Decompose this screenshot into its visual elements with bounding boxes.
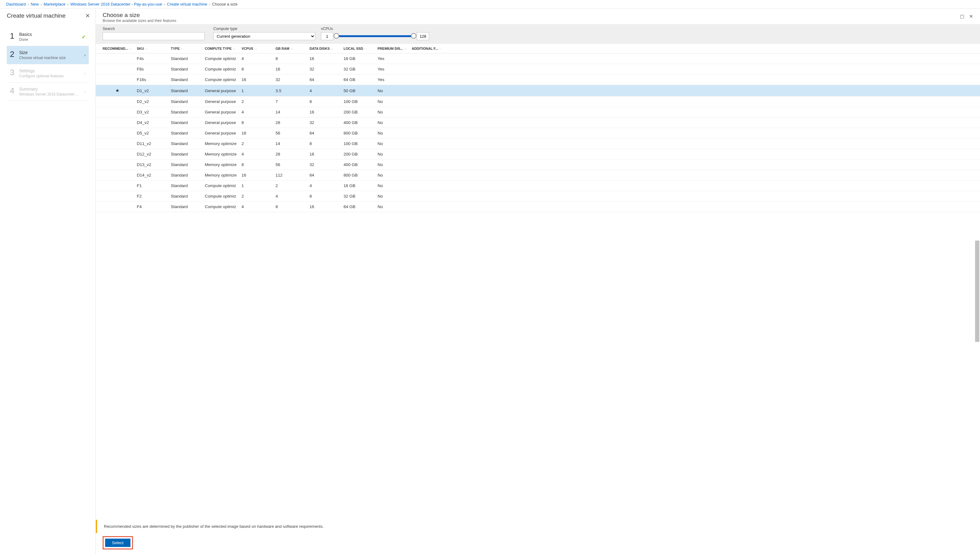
table-row[interactable]: F1StandardCompute optimiz12416 GBNo bbox=[96, 181, 980, 191]
cell: 16 bbox=[307, 202, 341, 212]
cell: Standard bbox=[168, 85, 202, 96]
sort-icon: ↑↓ bbox=[290, 47, 293, 50]
cell: 64 GB bbox=[341, 74, 375, 85]
slider-thumb-max[interactable] bbox=[411, 33, 416, 38]
column-header[interactable]: ADDITIONAL F...↑↓ bbox=[409, 44, 980, 53]
select-button[interactable]: Select bbox=[105, 539, 130, 547]
cell: 64 bbox=[307, 128, 341, 138]
step-number: 2 bbox=[10, 50, 19, 58]
cell: 100 GB bbox=[341, 96, 375, 107]
breadcrumb: Dashboard›New›Marketplace›Windows Server… bbox=[0, 0, 980, 9]
recommendation-note: Recommended sizes are determined by the … bbox=[96, 520, 980, 533]
wizard-step-summary: 4SummaryWindows Server 2016 Datacenter .… bbox=[7, 83, 89, 101]
cell bbox=[96, 117, 135, 128]
vcpus-slider[interactable] bbox=[336, 35, 414, 37]
cell: 112 bbox=[273, 170, 307, 181]
column-header[interactable]: DATA DISKS↑↓ bbox=[307, 44, 341, 53]
column-header[interactable]: SKU↑↓ bbox=[135, 44, 168, 53]
breadcrumb-item[interactable]: Windows Server 2016 Datacenter - Pay-as-… bbox=[70, 2, 162, 6]
column-header[interactable]: TYPE↑↓ bbox=[168, 44, 202, 53]
cell: D2_v2 bbox=[135, 96, 168, 107]
slider-thumb-min[interactable] bbox=[333, 33, 339, 38]
cell bbox=[409, 191, 980, 202]
cell: 16 GB bbox=[341, 53, 375, 64]
table-row[interactable]: F8sStandardCompute optimiz8163232 GBYes bbox=[96, 64, 980, 74]
step-sublabel: Configure optional features bbox=[19, 74, 81, 78]
scrollbar-thumb[interactable] bbox=[975, 241, 979, 342]
close-icon[interactable]: ✕ bbox=[85, 12, 90, 19]
cell: Yes bbox=[375, 64, 409, 74]
cell: No bbox=[375, 96, 409, 107]
chevron-right-icon: › bbox=[84, 53, 86, 58]
breadcrumb-item[interactable]: Create virtual machine bbox=[167, 2, 207, 6]
column-header[interactable]: VCPUS↑↓ bbox=[239, 44, 273, 53]
step-label: Settings bbox=[19, 68, 84, 73]
cell: 200 GB bbox=[341, 107, 375, 117]
vcpus-max-input[interactable] bbox=[417, 32, 429, 40]
cell bbox=[409, 74, 980, 85]
cell bbox=[96, 96, 135, 107]
cell: 64 bbox=[307, 170, 341, 181]
compute-type-select[interactable]: Current generation bbox=[213, 32, 315, 40]
star-icon: ★ bbox=[115, 88, 119, 93]
select-button-highlight: Select bbox=[102, 536, 133, 549]
cell: 32 bbox=[307, 117, 341, 128]
table-row[interactable]: D11_v2StandardMemory optimize2148100 GBN… bbox=[96, 138, 980, 149]
cell bbox=[96, 138, 135, 149]
cell: General purpose bbox=[202, 128, 239, 138]
cell: Standard bbox=[168, 202, 202, 212]
search-label: Search bbox=[102, 27, 208, 31]
sort-icon: ↑↓ bbox=[254, 47, 257, 50]
table-row[interactable]: ★D1_v2StandardGeneral purpose13.5450 GBN… bbox=[96, 85, 980, 96]
column-header[interactable]: LOCAL SSD↑↓ bbox=[341, 44, 375, 53]
table-row[interactable]: F2StandardCompute optimiz24832 GBNo bbox=[96, 191, 980, 202]
cell: 8 bbox=[273, 53, 307, 64]
table-row[interactable]: D14_v2StandardMemory optimize1611264800 … bbox=[96, 170, 980, 181]
cell: No bbox=[375, 85, 409, 96]
wizard-title: Create virtual machine bbox=[7, 12, 66, 19]
wizard-step-basics[interactable]: 1BasicsDone✓ bbox=[7, 28, 89, 46]
cell: 1 bbox=[239, 181, 273, 191]
cell: 28 bbox=[273, 149, 307, 160]
breadcrumb-item[interactable]: Marketplace bbox=[43, 2, 66, 6]
column-header[interactable]: RECOMMEND...↑↓ bbox=[96, 44, 135, 53]
cell: Compute optimiz bbox=[202, 53, 239, 64]
cell: 14 bbox=[273, 138, 307, 149]
cell: 8 bbox=[307, 138, 341, 149]
cell: Compute optimiz bbox=[202, 202, 239, 212]
cell: 32 bbox=[307, 64, 341, 74]
table-row[interactable]: D5_v2StandardGeneral purpose165664800 GB… bbox=[96, 128, 980, 138]
sort-icon: ↑↓ bbox=[439, 47, 442, 50]
breadcrumb-item[interactable]: Dashboard bbox=[6, 2, 26, 6]
table-row[interactable]: F16sStandardCompute optimiz16326464 GBYe… bbox=[96, 74, 980, 85]
cell: General purpose bbox=[202, 117, 239, 128]
search-input[interactable] bbox=[102, 32, 205, 40]
cell: 14 bbox=[273, 107, 307, 117]
table-row[interactable]: D3_v2StandardGeneral purpose41416200 GBN… bbox=[96, 107, 980, 117]
cell bbox=[96, 191, 135, 202]
restore-icon[interactable]: ▢ bbox=[960, 14, 964, 19]
column-header[interactable]: GB RAM↑↓ bbox=[273, 44, 307, 53]
breadcrumb-item[interactable]: New bbox=[30, 2, 38, 6]
vcpus-min-input[interactable] bbox=[321, 32, 333, 40]
close-icon[interactable]: ✕ bbox=[969, 14, 973, 19]
cell: Memory optimize bbox=[202, 138, 239, 149]
vertical-scrollbar[interactable] bbox=[975, 56, 979, 517]
cell bbox=[409, 128, 980, 138]
vcpus-label: vCPUs bbox=[321, 27, 973, 31]
table-row[interactable]: F4StandardCompute optimiz481664 GBNo bbox=[96, 202, 980, 212]
cell: 16 bbox=[307, 53, 341, 64]
cell: Standard bbox=[168, 96, 202, 107]
column-header[interactable]: COMPUTE TYPE↑↓ bbox=[202, 44, 239, 53]
cell: No bbox=[375, 202, 409, 212]
table-row[interactable]: D4_v2StandardGeneral purpose82832400 GBN… bbox=[96, 117, 980, 128]
wizard-step-size[interactable]: 2SizeChoose virtual machine size› bbox=[7, 46, 89, 64]
size-table: RECOMMEND...↑↓SKU↑↓TYPE↑↓COMPUTE TYPE↑↓V… bbox=[96, 44, 980, 212]
cell bbox=[409, 85, 980, 96]
step-sublabel: Windows Server 2016 Datacenter ... bbox=[19, 92, 81, 96]
table-row[interactable]: F4sStandardCompute optimiz481616 GBYes bbox=[96, 53, 980, 64]
table-row[interactable]: D2_v2StandardGeneral purpose278100 GBNo bbox=[96, 96, 980, 107]
table-row[interactable]: D12_v2StandardMemory optimize42816200 GB… bbox=[96, 149, 980, 160]
table-row[interactable]: D13_v2StandardMemory optimize85632400 GB… bbox=[96, 160, 980, 170]
column-header[interactable]: PREMIUM DIS...↑↓ bbox=[375, 44, 409, 53]
